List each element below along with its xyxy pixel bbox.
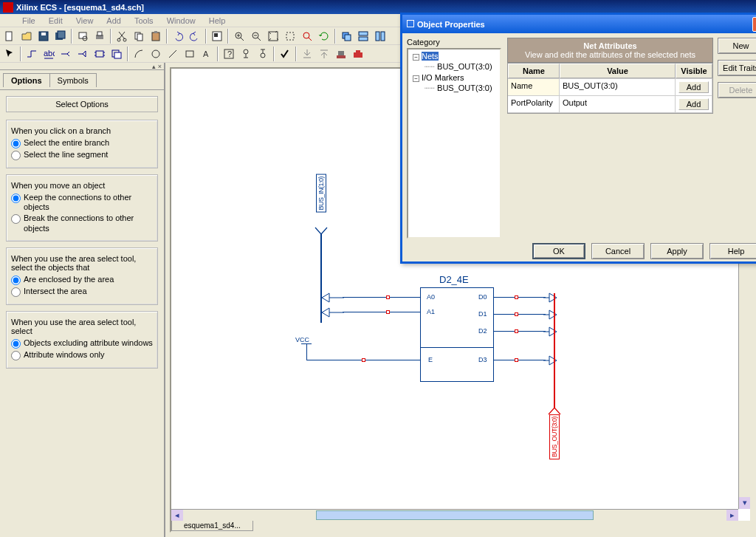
tab-symbols[interactable]: Symbols bbox=[49, 73, 97, 87]
tab-options[interactable]: Options bbox=[3, 73, 50, 87]
tree-nets[interactable]: −Nets bbox=[410, 51, 498, 61]
open-file-icon[interactable] bbox=[18, 28, 35, 44]
zoom-in-icon[interactable] bbox=[231, 28, 247, 44]
radio-break-connections[interactable] bbox=[11, 214, 21, 224]
connection-point[interactable] bbox=[515, 329, 518, 333]
add-arc-icon[interactable] bbox=[131, 46, 147, 62]
connection-point[interactable] bbox=[515, 312, 518, 316]
add-rect-icon[interactable] bbox=[182, 46, 198, 62]
radio-intersect[interactable] bbox=[11, 287, 21, 297]
radio-enclosed[interactable] bbox=[11, 276, 21, 285]
wire[interactable] bbox=[494, 331, 546, 332]
new-file-icon[interactable] bbox=[1, 28, 18, 44]
add-wire-icon[interactable] bbox=[24, 46, 40, 62]
wire[interactable] bbox=[343, 297, 420, 298]
connection-point[interactable] bbox=[362, 358, 365, 362]
menu-view[interactable]: View bbox=[70, 15, 100, 27]
connection-point[interactable] bbox=[515, 358, 518, 362]
tree-io-child[interactable]: ┈┈ BUS_OUT(3:0) bbox=[410, 83, 498, 94]
cell-value[interactable]: Output bbox=[560, 96, 676, 112]
close-icon[interactable]: ✕ bbox=[752, 17, 756, 32]
add-symbol-icon[interactable] bbox=[92, 46, 108, 62]
connection-point[interactable] bbox=[386, 310, 390, 314]
dialog-titlebar[interactable]: Object Properties ✕ bbox=[402, 15, 756, 33]
radio-keep-connections[interactable] bbox=[11, 194, 21, 203]
scrollbar-thumb[interactable] bbox=[316, 510, 594, 520]
category-tree[interactable]: −Nets ┈┈ BUS_OUT(3:0) −I/O Markers ┈┈ BU… bbox=[407, 48, 501, 239]
cell-value[interactable]: BUS_OUT(3:0) bbox=[560, 79, 676, 95]
window-tile-v-icon[interactable] bbox=[372, 28, 388, 44]
symbol-browser-icon[interactable] bbox=[209, 28, 225, 44]
connection-point[interactable] bbox=[386, 295, 390, 299]
horizontal-scrollbar[interactable]: ◂ ▸ bbox=[171, 509, 738, 521]
scroll-right-icon[interactable]: ▸ bbox=[726, 510, 738, 521]
wire[interactable] bbox=[343, 312, 420, 312]
table-row[interactable]: PortPolarity Output Add bbox=[508, 96, 712, 113]
edit-traits-button[interactable]: Edit Traits bbox=[718, 60, 756, 76]
app-menu-icon[interactable] bbox=[3, 16, 15, 26]
menu-help[interactable]: Help bbox=[203, 15, 232, 27]
zoom-area-icon[interactable] bbox=[282, 28, 298, 44]
add-visible-button[interactable]: Add bbox=[678, 98, 709, 110]
scroll-down-icon[interactable]: ▾ bbox=[739, 497, 750, 509]
print-preview-icon[interactable] bbox=[75, 28, 91, 44]
menu-edit[interactable]: Edit bbox=[43, 15, 69, 27]
tree-io-markers[interactable]: −I/O Markers bbox=[410, 72, 498, 83]
radio-line-segment[interactable] bbox=[11, 151, 21, 160]
tree-nets-child[interactable]: ┈┈ BUS_OUT(3:0) bbox=[410, 61, 498, 72]
legacy-icon[interactable] bbox=[333, 46, 349, 62]
menu-add[interactable]: Add bbox=[100, 15, 127, 27]
connection-point[interactable] bbox=[515, 295, 518, 299]
scroll-left-icon[interactable]: ◂ bbox=[171, 510, 183, 521]
menu-tools[interactable]: Tools bbox=[128, 15, 159, 27]
bus-out-marker[interactable]: BUS_OUT(3:0) bbox=[549, 414, 560, 459]
zoom-select-icon[interactable] bbox=[299, 28, 315, 44]
save-all-icon[interactable] bbox=[52, 28, 69, 44]
bus-out-wire[interactable] bbox=[554, 293, 555, 408]
col-visible[interactable]: Visible bbox=[676, 64, 712, 78]
hierarchy-push-icon[interactable] bbox=[238, 46, 254, 62]
wire[interactable] bbox=[494, 297, 546, 298]
component-box[interactable] bbox=[420, 287, 494, 382]
radio-exclude-attr[interactable] bbox=[11, 339, 21, 349]
wire[interactable] bbox=[494, 314, 546, 315]
cancel-button[interactable]: Cancel bbox=[591, 243, 645, 259]
bus-in-marker[interactable]: BUS_IN(1:0) bbox=[316, 174, 326, 213]
pointer-icon[interactable] bbox=[1, 46, 18, 62]
copy-icon[interactable] bbox=[131, 28, 147, 44]
new-button[interactable]: New bbox=[718, 38, 756, 54]
zoom-out-icon[interactable] bbox=[248, 28, 264, 44]
wire[interactable] bbox=[306, 343, 307, 360]
undo-icon[interactable] bbox=[170, 28, 186, 44]
radio-attr-only[interactable] bbox=[11, 351, 21, 360]
cut-icon[interactable] bbox=[114, 28, 130, 44]
paste-icon[interactable] bbox=[148, 28, 164, 44]
check-schematic-icon[interactable] bbox=[277, 46, 293, 62]
radio-entire-branch[interactable] bbox=[11, 139, 21, 148]
add-io-marker-icon[interactable] bbox=[75, 46, 91, 62]
help-about-icon[interactable]: ? bbox=[221, 46, 237, 62]
add-instance-icon[interactable] bbox=[109, 46, 125, 62]
zoom-fit-icon[interactable] bbox=[265, 28, 281, 44]
panel-close-icon[interactable]: ▴ × bbox=[0, 63, 164, 70]
apply-button[interactable]: Apply bbox=[650, 243, 704, 259]
wire[interactable] bbox=[494, 360, 546, 360]
launch-icon[interactable] bbox=[316, 46, 332, 62]
ok-button[interactable]: OK bbox=[532, 243, 585, 259]
hierarchy-pop-icon[interactable] bbox=[255, 46, 271, 62]
col-name[interactable]: Name bbox=[508, 64, 560, 78]
print-icon[interactable] bbox=[92, 28, 108, 44]
help-button[interactable]: Help bbox=[709, 243, 756, 259]
toolbox-icon[interactable] bbox=[350, 46, 366, 62]
window-tile-h-icon[interactable] bbox=[355, 28, 371, 44]
refresh-icon[interactable] bbox=[316, 28, 332, 44]
add-visible-button[interactable]: Add bbox=[678, 81, 709, 93]
add-text-icon[interactable]: A bbox=[199, 46, 215, 62]
window-cascade-icon[interactable] bbox=[338, 28, 354, 44]
menu-file[interactable]: File bbox=[16, 15, 41, 27]
add-bus-tap-icon[interactable] bbox=[58, 46, 74, 62]
add-net-name-icon[interactable]: abc bbox=[41, 46, 57, 62]
save-icon[interactable] bbox=[35, 28, 52, 44]
menu-window[interactable]: Window bbox=[161, 15, 202, 27]
redo-icon[interactable] bbox=[187, 28, 203, 44]
